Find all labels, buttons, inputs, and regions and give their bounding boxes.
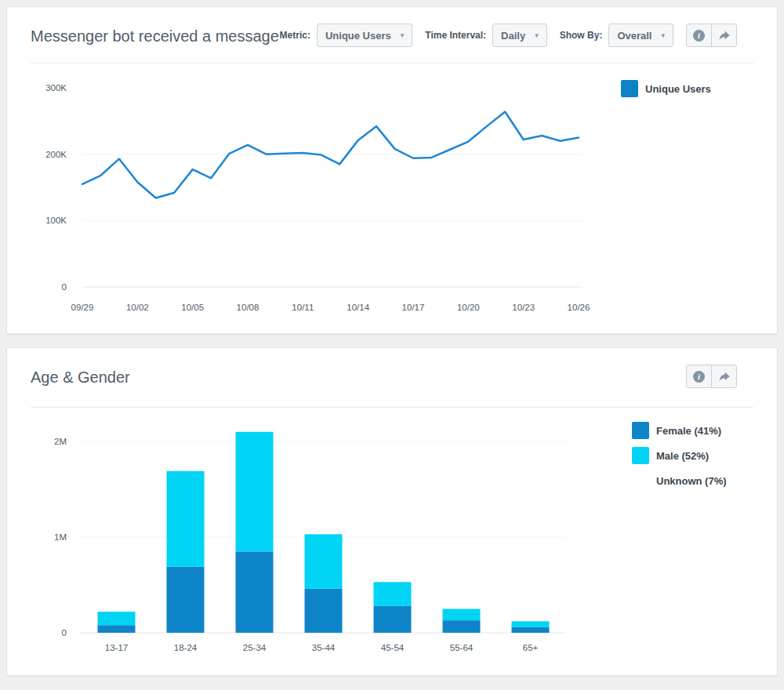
chart-controls: Metric: Unique Users ▾ Time Interval: Da…	[280, 24, 737, 47]
age-gender-title: Age & Gender	[31, 369, 130, 385]
x-tick-label: 10/17	[402, 303, 425, 312]
unique-users-line[interactable]	[82, 111, 579, 198]
x-tick-label: 65+	[523, 643, 539, 652]
y-tick-label: 2M	[54, 437, 67, 446]
y-tick-label: 0	[62, 628, 67, 637]
share-button[interactable]	[711, 24, 737, 47]
y-tick-label: 100K	[45, 216, 67, 225]
legend-item-male: Male (52%)	[632, 447, 727, 464]
legend-label: Unknown (7%)	[656, 475, 727, 487]
x-tick-label: 10/05	[181, 303, 204, 312]
x-tick-label: 55-64	[450, 643, 474, 652]
y-tick-label: 300K	[45, 83, 67, 93]
messenger-metric-panel: Messenger bot received a message Metric:…	[6, 6, 778, 334]
panel-toolbar: i	[686, 24, 737, 47]
x-tick-label: 45-54	[381, 643, 405, 652]
time-interval-dropdown-value: Daily	[501, 30, 525, 42]
chevron-down-icon: ▾	[661, 31, 665, 39]
x-tick-label: 10/26	[568, 303, 590, 312]
bar-male-45-54[interactable]	[374, 582, 412, 606]
legend-item-female: Female (41%)	[632, 422, 727, 439]
x-tick-label: 09/29	[71, 303, 94, 312]
legend-swatch	[632, 422, 649, 439]
share-arrow-icon	[718, 370, 731, 383]
line-chart-legend: Unique Users	[621, 80, 711, 105]
x-tick-label: 10/08	[237, 303, 260, 312]
info-button[interactable]: i	[686, 24, 712, 47]
bar-male-25-34[interactable]	[236, 432, 274, 552]
bar-male-13-17[interactable]	[98, 612, 136, 625]
bar-female-45-54[interactable]	[374, 606, 412, 633]
info-button[interactable]: i	[686, 365, 712, 388]
y-tick-label: 200K	[45, 150, 67, 159]
x-tick-label: 25-34	[243, 643, 267, 652]
x-tick-label: 13-17	[105, 643, 128, 652]
x-tick-label: 10/14	[347, 303, 369, 312]
share-button[interactable]	[711, 365, 737, 388]
page-title: Messenger bot received a message	[31, 28, 279, 44]
y-tick-label: 0	[62, 282, 67, 292]
bar-female-18-24[interactable]	[167, 567, 205, 633]
x-tick-label: 10/20	[457, 303, 480, 312]
legend-swatch	[632, 447, 649, 464]
x-tick-label: 10/02	[126, 303, 149, 312]
x-tick-label: 10/11	[292, 303, 314, 312]
bar-female-13-17[interactable]	[98, 625, 136, 633]
x-tick-label: 18-24	[174, 643, 198, 652]
share-arrow-icon	[718, 29, 731, 42]
y-tick-label: 1M	[54, 532, 67, 542]
show-by-dropdown[interactable]: Overall ▾	[608, 24, 673, 47]
x-tick-label: 35-44	[312, 643, 336, 652]
time-interval-dropdown[interactable]: Daily ▾	[492, 24, 547, 47]
bar-female-65+[interactable]	[512, 627, 550, 633]
info-icon: i	[693, 371, 705, 383]
panel2-controls: i	[686, 365, 737, 388]
legend-swatch	[621, 80, 638, 97]
chevron-down-icon: ▾	[401, 31, 405, 39]
legend-item-unique-users: Unique Users	[621, 80, 711, 97]
show-by-label: Show By:	[560, 30, 603, 41]
bar-male-55-64[interactable]	[443, 609, 481, 621]
bar-female-35-44[interactable]	[305, 589, 343, 633]
time-interval-label: Time Interval:	[425, 30, 486, 41]
bar-chart-legend: Female (41%) Male (52%) Unknown (7%)	[632, 422, 727, 497]
bar-female-55-64[interactable]	[443, 620, 481, 633]
legend-item-unknown: Unknown (7%)	[632, 472, 727, 489]
metric-dropdown-value: Unique Users	[325, 30, 391, 42]
bar-male-35-44[interactable]	[305, 534, 343, 589]
info-icon: i	[693, 30, 705, 42]
panel-toolbar: i	[686, 365, 737, 388]
metric-label: Metric:	[280, 30, 310, 41]
bar-female-25-34[interactable]	[236, 551, 274, 633]
legend-label: Unique Users	[645, 83, 711, 95]
metric-dropdown[interactable]: Unique Users ▾	[317, 24, 412, 47]
bar-male-18-24[interactable]	[167, 471, 205, 567]
legend-label: Male (52%)	[656, 450, 709, 462]
bar-male-65+[interactable]	[512, 621, 550, 626]
chevron-down-icon: ▾	[535, 31, 539, 39]
x-tick-label: 10/23	[512, 303, 535, 312]
show-by-dropdown-value: Overall	[617, 30, 652, 42]
age-gender-panel: Age & Gender i 01M2M13-1718-2425-3435-44…	[6, 347, 778, 676]
legend-label: Female (41%)	[656, 425, 721, 437]
